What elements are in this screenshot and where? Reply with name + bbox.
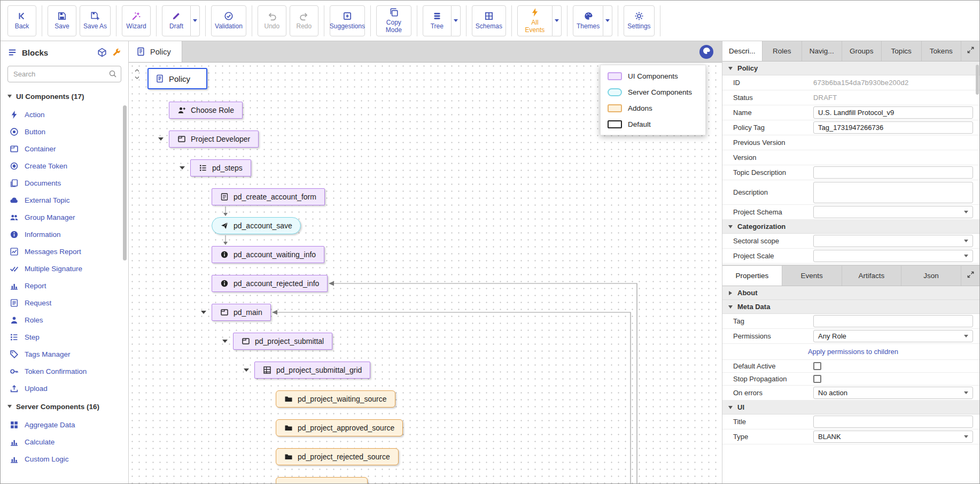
tree-expand-caret[interactable]: [158, 137, 164, 141]
undo-button[interactable]: Undo: [258, 5, 286, 36]
sidebar-section-ui-components-17[interactable]: UI Components (17): [1, 87, 128, 106]
name-input[interactable]: [813, 106, 973, 119]
section-header-categorization[interactable]: Categorization: [722, 220, 979, 234]
sidebar-item-token-confirmation[interactable]: Token Confirmation: [1, 363, 128, 380]
themes-dropdown[interactable]: [603, 5, 612, 36]
tab-policy[interactable]: Policy: [129, 41, 182, 62]
sidebar-item-external-topic[interactable]: External Topic: [1, 191, 128, 209]
tools-icon[interactable]: [112, 48, 121, 57]
sidebar-item-group-manager[interactable]: Group Manager: [1, 209, 128, 226]
canvas-block-pd-main[interactable]: pd_main: [212, 304, 271, 321]
sidebar-item-step[interactable]: Step: [1, 328, 128, 345]
sidebar-item-tags-manager[interactable]: Tags Manager: [1, 345, 128, 363]
on-errors-select[interactable]: No action: [813, 387, 973, 399]
section-header-meta-data[interactable]: Meta Data: [722, 300, 979, 314]
tab-roles[interactable]: Roles: [763, 41, 803, 61]
tree-expand-caret[interactable]: [244, 368, 249, 372]
suggestions-button[interactable]: Suggestions: [330, 5, 365, 36]
schemas-button[interactable]: Schemas: [472, 5, 506, 36]
tab-json[interactable]: Json: [901, 266, 961, 286]
wizard-button[interactable]: Wizard: [122, 5, 151, 36]
all-events-button[interactable]: All Events: [517, 5, 553, 36]
canvas-block-pd-account-waiting-info[interactable]: pd_account_waiting_info: [212, 246, 324, 263]
canvas-block-pd-project-approved-source[interactable]: pd_project_approved_source: [276, 419, 403, 436]
sidebar-item-documents[interactable]: Documents: [1, 174, 128, 191]
title-input[interactable]: [813, 416, 973, 428]
topic-description-input[interactable]: [813, 166, 973, 179]
canvas-block-pd-project-rejected-source[interactable]: pd_project_rejected_source: [276, 448, 399, 465]
tab-groups[interactable]: Groups: [842, 41, 882, 61]
tag-input[interactable]: [813, 315, 973, 327]
description-textarea[interactable]: [813, 182, 973, 203]
settings-button[interactable]: Settings: [624, 5, 654, 36]
validation-button[interactable]: Validation: [211, 5, 246, 36]
project-schema-select[interactable]: [813, 206, 973, 218]
canvas-block-partial[interactable]: [276, 477, 368, 483]
sidebar-item-messages-report[interactable]: Messages Report: [1, 243, 128, 260]
apply-permissions-to-children-button[interactable]: Apply permissions to children: [733, 344, 973, 359]
permissions-select[interactable]: Any Role: [813, 330, 973, 342]
section-header-about[interactable]: About: [722, 286, 979, 300]
tab-properties[interactable]: Properties: [722, 266, 782, 286]
sidebar-item-roles[interactable]: Roles: [1, 311, 128, 328]
canvas-block-pd-project-waiting-source[interactable]: pd_project_waiting_source: [276, 390, 395, 408]
section-header-ui[interactable]: UI: [722, 401, 979, 414]
default-active-checkbox[interactable]: [813, 362, 821, 370]
canvas-block-pd-project-submittal-grid[interactable]: pd_project_submittal_grid: [254, 362, 370, 379]
sidebar-item-action[interactable]: Action: [1, 106, 128, 123]
sectoral-scope-select[interactable]: [813, 235, 973, 247]
sidebar-item-create-token[interactable]: Create Token: [1, 157, 128, 174]
sidebar-item-calculate[interactable]: Calculate: [1, 433, 128, 450]
tab-descri[interactable]: Descri...: [722, 41, 763, 61]
sidebar-item-button[interactable]: Button: [1, 123, 128, 140]
tree-expand-caret[interactable]: [201, 311, 206, 314]
sidebar-item-aggregate-data[interactable]: Aggregate Data: [1, 416, 128, 433]
description-panel-scrollbar[interactable]: [976, 65, 979, 95]
sidebar-item-request[interactable]: Request: [1, 294, 128, 311]
tab-tokens[interactable]: Tokens: [922, 41, 962, 61]
save-button[interactable]: Save: [48, 5, 76, 36]
sidebar-item-report[interactable]: Report: [1, 277, 128, 294]
section-header-policy[interactable]: Policy: [722, 62, 979, 75]
tab-artifacts[interactable]: Artifacts: [842, 266, 902, 286]
tree-dropdown[interactable]: [452, 5, 461, 36]
canvas-block-pd-create-account-form[interactable]: pd_create_account_form: [212, 188, 325, 205]
policy-tag-input[interactable]: [813, 121, 973, 134]
sidebar-item-information[interactable]: Information: [1, 226, 128, 243]
collapse-all-control[interactable]: [133, 68, 142, 80]
save-as-button[interactable]: Save As: [80, 5, 111, 36]
canvas-block-pd-project-submittal[interactable]: pd_project_submittal: [233, 333, 332, 350]
cube-icon[interactable]: [97, 48, 107, 57]
sidebar-item-custom-logic[interactable]: Custom Logic: [1, 450, 128, 467]
canvas-block-project-developer[interactable]: Project Developer: [169, 130, 259, 148]
canvas-block-choose-role[interactable]: Choose Role: [169, 102, 243, 119]
properties-panel-expand-button[interactable]: [961, 266, 979, 286]
back-button[interactable]: Back: [7, 5, 36, 36]
tab-topics[interactable]: Topics: [882, 41, 922, 61]
canvas-block-pd-account-save[interactable]: pd_account_save: [212, 217, 301, 234]
legend-toggle-button[interactable]: [699, 45, 713, 59]
canvas-block-pd-steps[interactable]: pd_steps: [190, 159, 251, 176]
draft-dropdown[interactable]: [191, 5, 200, 36]
tab-events[interactable]: Events: [782, 266, 842, 286]
sidebar-item-container[interactable]: Container: [1, 140, 128, 157]
project-scale-select[interactable]: [813, 250, 973, 262]
type-select[interactable]: BLANK: [813, 431, 973, 443]
sidebar-item-upload[interactable]: Upload: [1, 380, 128, 397]
tree-button[interactable]: Tree: [423, 5, 452, 36]
canvas-block-policy[interactable]: Policy: [147, 68, 207, 89]
themes-button[interactable]: Themes: [573, 5, 603, 36]
sidebar-section-server-components-16[interactable]: Server Components (16): [1, 397, 128, 416]
tree-expand-caret[interactable]: [180, 166, 185, 170]
tab-navig[interactable]: Navig...: [802, 41, 842, 61]
description-panel-expand-button[interactable]: [961, 41, 979, 61]
stop-propagation-checkbox[interactable]: [813, 375, 821, 383]
canvas-block-pd-account-rejected-info[interactable]: pd_account_rejected_info: [212, 275, 328, 292]
sidebar-scrollbar[interactable]: [123, 105, 127, 260]
search-input[interactable]: [7, 66, 121, 82]
draft-button[interactable]: Draft: [162, 5, 191, 36]
tree-expand-caret[interactable]: [222, 340, 228, 343]
sidebar-item-multiple-signature[interactable]: Multiple Signature: [1, 260, 128, 277]
redo-button[interactable]: Redo: [290, 5, 318, 36]
all-events-dropdown[interactable]: [553, 5, 562, 36]
